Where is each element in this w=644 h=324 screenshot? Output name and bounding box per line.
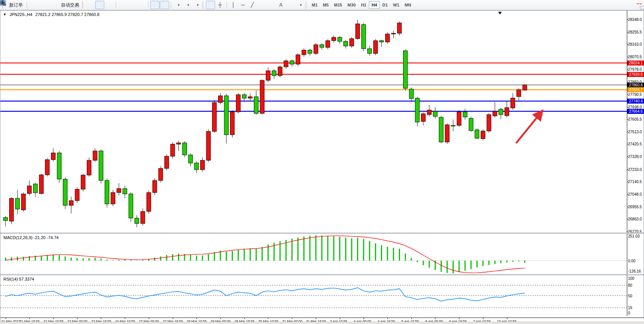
chevron-down-icon: ▼ <box>187 3 190 7</box>
terminal-button[interactable] <box>38 1 48 9</box>
fibonacci-tool-button[interactable]: F <box>267 1 276 9</box>
indicators-button[interactable]: ▼ <box>173 1 182 9</box>
bid-price-badge: 27860.8 <box>627 83 644 88</box>
panel-splitter[interactable] <box>0 274 644 275</box>
rsi-axis-label: 80 <box>628 283 632 287</box>
price-axis-label: 27328.0 <box>628 155 642 159</box>
price-axis-label: 28255.5 <box>628 30 642 34</box>
market-watch-button[interactable] <box>29 1 38 9</box>
rsi-axis-label: 50 <box>628 294 632 298</box>
chart-title: ▼ JPN225-,H4 27821.2 27865.9 27820.7 278… <box>3 12 99 17</box>
level-price-badge: 27939.8 <box>627 72 644 77</box>
text-tool-button[interactable]: A <box>276 1 285 9</box>
text-icon: A <box>279 2 282 8</box>
timeframe-MN[interactable]: MN <box>402 1 414 9</box>
candlestick-mode-button[interactable] <box>95 1 104 9</box>
crosshair-tool-button[interactable]: ┼ <box>215 1 225 9</box>
zoom-in-button[interactable] <box>118 1 127 9</box>
rsi-axis-label: 100 <box>628 276 634 281</box>
horizontal-line-icon: ─ <box>241 2 244 8</box>
tile-windows-button[interactable] <box>137 1 146 9</box>
mt4-terminal: 新订单 自动交易 ▼ ▼ ▼ ┼ │ ─ ╱ E F A T <box>0 0 644 324</box>
arrows-tool-button[interactable]: ▼ <box>295 1 304 9</box>
price-axis-label: 27513.0 <box>628 130 642 134</box>
templates-button[interactable]: ▼ <box>192 1 201 9</box>
toolbar-grip[interactable] <box>82 2 84 8</box>
vertical-line-tool-button[interactable]: │ <box>229 1 238 9</box>
vertical-line-icon: │ <box>232 2 235 8</box>
status-strip <box>0 322 644 324</box>
periods-button[interactable]: ▼ <box>183 1 192 9</box>
rsi-panel[interactable] <box>0 275 627 316</box>
trendline-tool-button[interactable]: ╱ <box>248 1 257 9</box>
level-price-badge: 27740.4 <box>627 99 644 104</box>
chevron-down-icon: ▼ <box>177 3 180 7</box>
price-axis-label: 27420.5 <box>628 142 642 146</box>
trendline-icon: ╱ <box>251 2 254 8</box>
rsi-axis-label: 0 <box>628 311 630 315</box>
price-axis-label: 28070.5 <box>628 55 642 59</box>
price-axis-label: 27048.0 <box>628 192 642 196</box>
toolbar: 新订单 自动交易 ▼ ▼ ▼ ┼ │ ─ ╱ E F A T <box>0 0 644 10</box>
price-axis-label: 28348.0 <box>628 18 642 22</box>
macd-label: MACD(12,26,9) -21.20 -74.74 <box>3 235 59 240</box>
new-order-button[interactable]: 新订单 <box>6 1 25 9</box>
timeframe-group: M1M5M15M30H1H4D1W1MN <box>309 1 414 9</box>
price-axis-label: 27233.0 <box>628 168 642 172</box>
text-label-tool-button[interactable]: T <box>286 1 295 9</box>
signals-button[interactable] <box>48 1 57 9</box>
macd-panel[interactable] <box>0 234 627 274</box>
chart-window: ▼ JPN225-,H4 27821.2 27865.9 27820.7 278… <box>0 10 644 322</box>
timeframe-W1[interactable]: W1 <box>391 1 402 9</box>
line-chart-mode-button[interactable] <box>105 1 114 9</box>
price-axis-label: 27605.5 <box>628 117 642 121</box>
price-axis-label: 27140.5 <box>628 180 642 184</box>
timeframe-M5[interactable]: M5 <box>320 1 331 9</box>
price-axis-label: 26863.0 <box>628 217 642 221</box>
toolbar-grip[interactable] <box>306 2 307 8</box>
channel-tool-button[interactable]: E <box>257 1 266 9</box>
toolbar-grip[interactable] <box>202 2 204 8</box>
timeframe-M15[interactable]: M15 <box>332 1 345 9</box>
price-axis-label: 26955.5 <box>628 205 642 209</box>
timeframe-H1[interactable]: H1 <box>358 1 369 9</box>
macd-axis-label: 0.00 <box>628 259 635 263</box>
timeframe-M30[interactable]: M30 <box>345 1 358 9</box>
cursor-tool-button[interactable] <box>206 1 215 9</box>
zoom-out-button[interactable] <box>128 1 137 9</box>
main-price-chart[interactable] <box>0 11 627 233</box>
notification-count-badge: 1 <box>636 3 642 5</box>
price-axis[interactable]: 28348.028255.528163.028070.527978.027883… <box>627 11 644 316</box>
chart-shift-button[interactable] <box>160 1 169 9</box>
chevron-down-icon: ▼ <box>196 3 199 7</box>
timeframe-M1[interactable]: M1 <box>309 1 320 9</box>
level-price-badge: 27824.7 <box>627 87 644 92</box>
level-price-badge: 27664.6 <box>627 109 644 114</box>
crosshair-icon: ┼ <box>218 2 222 8</box>
chart-menu-triangle-icon[interactable]: ▼ <box>3 13 6 16</box>
level-price-badge: 28024.1 <box>627 61 644 65</box>
price-axis-label: 27978.0 <box>628 67 642 72</box>
chevron-down-icon: ▼ <box>300 3 303 7</box>
panel-splitter[interactable] <box>0 233 644 234</box>
price-axis-label: 28163.0 <box>628 42 642 46</box>
auto-trading-label: 自动交易 <box>61 2 79 8</box>
new-order-label: 新订单 <box>9 2 23 8</box>
horizontal-line-tool-button[interactable]: ─ <box>238 1 247 9</box>
auto-scroll-button[interactable] <box>150 1 159 9</box>
macd-axis-label: -126.16 <box>628 269 641 273</box>
chart-ohlc-values: 27821.2 27865.9 27820.7 27860.8 <box>35 12 99 17</box>
auto-trading-button[interactable]: 自动交易 <box>57 1 81 9</box>
timeframe-H4[interactable]: H4 <box>369 1 379 9</box>
rsi-label: RSI(14) 57.3374 <box>3 277 34 281</box>
rsi-axis-label: 15 <box>628 306 632 310</box>
timeframe-D1[interactable]: D1 <box>380 1 391 9</box>
price-axis-label: 27790.5 <box>628 93 642 97</box>
bar-chart-mode-button[interactable] <box>86 1 95 9</box>
chart-symbol-period: JPN225-,H4 <box>10 12 32 17</box>
macd-axis-label: 251.03 <box>628 234 640 238</box>
